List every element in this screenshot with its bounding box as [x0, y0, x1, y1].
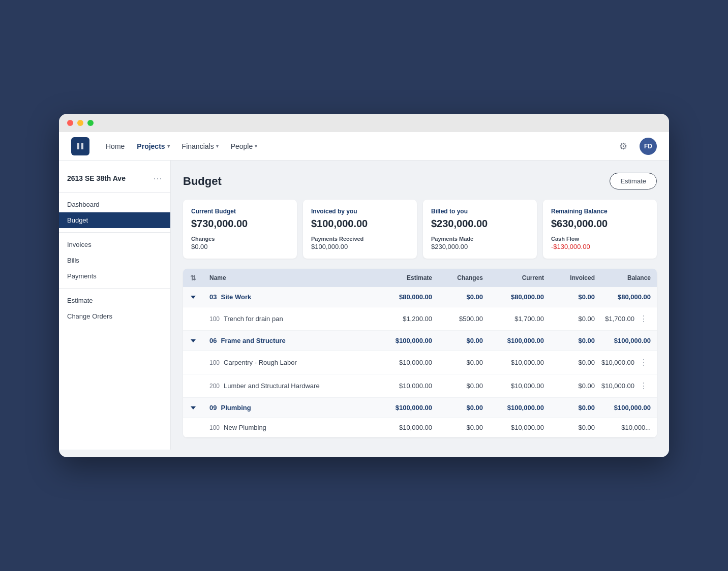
item-name-03-100: 100 Trench for drain pan	[203, 313, 377, 325]
nav-link-projects[interactable]: Projects ▾	[137, 142, 169, 150]
item-changes-06-200: $0.00	[438, 380, 489, 392]
card-value-invoiced: $100,000.00	[311, 218, 409, 230]
sidebar-item-invoices[interactable]: Invoices	[59, 237, 170, 252]
content-header: Budget Estimate	[183, 173, 657, 189]
item-balance-06-100: $10,000.00 ⋮	[601, 357, 657, 368]
item-estimate-06-200: $10,000.00	[377, 380, 438, 392]
nav-link-people[interactable]: People ▾	[231, 142, 258, 150]
sidebar-item-dashboard[interactable]: Dashboard	[59, 197, 170, 212]
nav-logo[interactable]	[71, 137, 89, 155]
header-balance: Balance	[601, 274, 657, 282]
header-changes: Changes	[438, 274, 489, 282]
nav-link-home[interactable]: Home	[106, 142, 125, 150]
chevron-down-icon[interactable]	[191, 296, 196, 299]
sidebar-divider-1	[59, 232, 170, 233]
category-balance-03: $80,000.00	[601, 293, 657, 301]
item-name-06-200: 200 Lumber and Structural Hardware	[203, 380, 377, 392]
card-sublabel-payments-received: Payments Received	[311, 236, 409, 242]
sidebar: 2613 SE 38th Ave ⋯ Dashboard Budget Invo…	[59, 161, 171, 450]
sidebar-item-budget[interactable]: Budget	[59, 212, 170, 228]
item-invoiced-06-100: $0.00	[550, 357, 601, 368]
sidebar-project: 2613 SE 38th Ave ⋯	[59, 169, 170, 193]
nav-right: ⚙ FD	[615, 138, 657, 155]
card-value-current-budget: $730,000.00	[191, 218, 289, 230]
item-current-03-100: $1,700.00	[489, 313, 550, 325]
card-sublabel-cashflow: Cash Flow	[551, 236, 649, 242]
top-nav: Home Projects ▾ Financials ▾ People ▾ ⚙ …	[59, 132, 669, 161]
projects-chevron: ▾	[167, 143, 170, 149]
item-menu-icon[interactable]: ⋮	[636, 380, 651, 392]
category-current-06: $100,000.00	[489, 337, 550, 344]
item-menu-icon[interactable]: ⋮	[636, 313, 651, 325]
card-subvalue-payments-received: $100,000.00	[311, 243, 409, 250]
item-name-09-100: 100 New Plumbing	[203, 424, 377, 431]
item-changes-03-100: $500.00	[438, 313, 489, 325]
project-menu-icon[interactable]: ⋯	[153, 173, 162, 184]
category-toggle-03[interactable]	[183, 293, 203, 301]
main-content: Budget Estimate Current Budget $730,000.…	[171, 161, 669, 450]
category-balance-09: $100,000.00	[601, 404, 657, 411]
card-current-budget: Current Budget $730,000.00 Changes $0.00	[183, 200, 297, 259]
settings-icon[interactable]: ⚙	[615, 138, 631, 154]
item-row-06-100: 100 Carpentry - Rough Labor $10,000.00 $…	[183, 351, 657, 374]
card-subvalue-payments-made: $230,000.00	[431, 243, 529, 250]
avatar[interactable]: FD	[640, 138, 657, 155]
card-billed-to-you: Billed to you $230,000.00 Payments Made …	[423, 200, 537, 259]
item-menu-icon[interactable]: ⋮	[636, 357, 651, 368]
category-estimate-09: $100,000.00	[377, 404, 438, 411]
browser-dot-red[interactable]	[67, 120, 73, 126]
chevron-down-icon[interactable]	[191, 339, 196, 342]
item-changes-06-100: $0.00	[438, 357, 489, 368]
category-row-09: 09 Plumbing $100,000.00 $0.00 $100,000.0…	[183, 398, 657, 418]
card-label-invoiced: Invoiced by you	[311, 208, 409, 215]
category-changes-09: $0.00	[438, 404, 489, 411]
sidebar-item-payments[interactable]: Payments	[59, 268, 170, 284]
header-current: Current	[489, 274, 550, 282]
item-estimate-03-100: $1,200.00	[377, 313, 438, 325]
category-current-03: $80,000.00	[489, 293, 550, 301]
summary-cards: Current Budget $730,000.00 Changes $0.00…	[183, 200, 657, 259]
header-sort[interactable]: ⇅	[183, 274, 203, 282]
card-value-remaining: $630,000.00	[551, 218, 649, 230]
category-toggle-06[interactable]	[183, 337, 203, 344]
item-invoiced-06-200: $0.00	[550, 380, 601, 392]
category-current-09: $100,000.00	[489, 404, 550, 411]
item-row-03-100: 100 Trench for drain pan $1,200.00 $500.…	[183, 307, 657, 331]
browser-dot-green[interactable]	[87, 120, 94, 126]
estimate-button[interactable]: Estimate	[610, 173, 657, 189]
item-balance-06-200: $10,000.00 ⋮	[601, 380, 657, 392]
card-remaining-balance: Remaining Balance $630,000.00 Cash Flow …	[543, 200, 657, 259]
item-current-06-100: $10,000.00	[489, 357, 550, 368]
card-value-billed: $230,000.00	[431, 218, 529, 230]
sidebar-item-bills[interactable]: Bills	[59, 252, 170, 268]
item-row-06-200: 200 Lumber and Structural Hardware $10,0…	[183, 374, 657, 398]
nav-link-financials[interactable]: Financials ▾	[182, 142, 219, 150]
category-estimate-06: $100,000.00	[377, 337, 438, 344]
sidebar-divider-2	[59, 288, 170, 289]
category-toggle-09[interactable]	[183, 404, 203, 411]
browser-window: Home Projects ▾ Financials ▾ People ▾ ⚙ …	[59, 114, 669, 457]
category-changes-03: $0.00	[438, 293, 489, 301]
category-name-09: 09 Plumbing	[203, 404, 377, 411]
category-invoiced-09: $0.00	[550, 404, 601, 411]
card-subvalue-cashflow: -$130,000.00	[551, 243, 649, 250]
browser-dot-yellow[interactable]	[77, 120, 83, 126]
sidebar-item-change-orders[interactable]: Change Orders	[59, 308, 170, 324]
browser-chrome	[59, 114, 669, 132]
chevron-down-icon[interactable]	[191, 406, 196, 409]
category-name-03: 03 Site Work	[203, 293, 377, 301]
category-changes-06: $0.00	[438, 337, 489, 344]
category-invoiced-06: $0.00	[550, 337, 601, 344]
card-sublabel-changes: Changes	[191, 236, 289, 242]
header-invoiced: Invoiced	[550, 274, 601, 282]
card-invoiced-by-you: Invoiced by you $100,000.00 Payments Rec…	[303, 200, 417, 259]
card-subvalue-changes: $0.00	[191, 243, 289, 250]
item-changes-09-100: $0.00	[438, 424, 489, 431]
sidebar-item-estimate[interactable]: Estimate	[59, 293, 170, 308]
item-balance-03-100: $1,700.00 ⋮	[601, 313, 657, 325]
table-header: ⇅ Name Estimate Changes Current	[183, 269, 657, 287]
item-current-09-100: $10,000.00	[489, 424, 550, 431]
card-sublabel-payments-made: Payments Made	[431, 236, 529, 242]
category-balance-06: $100,000.00	[601, 337, 657, 344]
category-row-03: 03 Site Work $80,000.00 $0.00 $80,000.00…	[183, 287, 657, 307]
